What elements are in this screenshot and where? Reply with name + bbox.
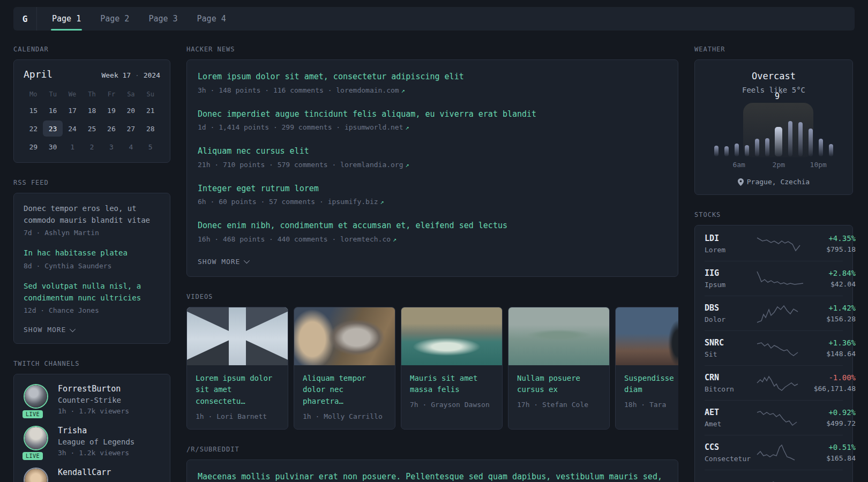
- tick-2pm: 2pm: [773, 161, 785, 169]
- stock-sparkline: [756, 233, 804, 254]
- stock-row-ccs[interactable]: CCS Consectetur +0.51% $165.84: [705, 435, 843, 470]
- weather-time-ticks: 6am 2pm 10pm: [714, 161, 833, 170]
- calendar-day: 15: [24, 102, 43, 118]
- weather-condition: Overcast: [707, 71, 841, 81]
- twitch-channel-trisha[interactable]: LIVE Trisha League of Legends 3h · 1.2k …: [24, 426, 160, 457]
- stock-id: CCS Consectetur: [705, 442, 756, 463]
- rss-card: Donec tempor eros leo, ut commodo mauris…: [13, 193, 170, 344]
- dot-separator: ·: [135, 71, 139, 79]
- peak-value: 9: [775, 92, 780, 101]
- stock-name: Bitcorn: [705, 385, 756, 393]
- tab-page-1[interactable]: Page 1: [42, 7, 91, 31]
- stock-row-iig[interactable]: IIG Ipsum +2.84% $42.04: [705, 261, 843, 296]
- stock-id: AET Amet: [705, 408, 756, 428]
- video-title: Suspendisse diam: [624, 373, 678, 396]
- app-logo: G: [13, 7, 37, 31]
- stock-row-aet[interactable]: AET Amet +0.92% $499.72: [705, 400, 843, 435]
- hn-item-meta: 1d · 1,414 points · 299 comments · ipsum…: [198, 123, 667, 131]
- stock-row-ldi[interactable]: LDI Lorem +4.35% $795.18: [705, 227, 843, 261]
- stock-price: $66,171.48: [804, 385, 856, 393]
- tick-6am: 6am: [732, 161, 745, 169]
- video-thumbnail: [187, 307, 288, 365]
- calendar-day-next-month: 1: [63, 139, 82, 155]
- rss-item-title[interactable]: Donec tempor eros leo, ut commodo mauris…: [24, 203, 160, 226]
- location-pin-icon: [738, 178, 744, 186]
- stock-symbol: CRN: [705, 373, 756, 382]
- calendar-day: 21: [141, 102, 160, 118]
- calendar-day: 19: [102, 102, 121, 118]
- stock-row-ahs[interactable]: AHS +0.46%: [705, 470, 843, 482]
- reddit-post-title[interactable]: Maecenas mollis pulvinar erat non posuer…: [198, 471, 667, 482]
- weather-bar: [755, 139, 759, 156]
- hn-item-domain[interactable]: ipsumworld.net: [345, 123, 403, 131]
- stock-values: +2.84% $42.04: [804, 269, 856, 288]
- calendar-day-next-month: 3: [102, 139, 121, 155]
- live-badge: LIVE: [23, 452, 43, 460]
- live-badge: LIVE: [23, 410, 43, 418]
- hn-item: Donec enim nibh, condimentum et accumsan…: [198, 220, 667, 243]
- video-card[interactable]: Suspendisse diam 18h · Tara: [615, 307, 678, 430]
- tick-10pm: 10pm: [810, 161, 827, 169]
- stock-row-dbs[interactable]: DBS Dolor +1.42% $156.28: [705, 296, 843, 330]
- video-title: Aliquam tempor dolor nec pharetra…: [303, 373, 386, 408]
- weather-location: Prague, Czechia: [707, 178, 841, 186]
- hn-item-title[interactable]: Donec enim nibh, condimentum et accumsan…: [198, 220, 667, 232]
- weather-bar-current: [775, 127, 782, 156]
- stock-symbol: SNRC: [705, 338, 756, 348]
- hn-item-domain[interactable]: ipsumify.biz: [328, 198, 378, 206]
- calendar-week: Week 17: [101, 71, 131, 79]
- rss-show-more-button[interactable]: SHOW MORE: [24, 326, 74, 334]
- hn-item-domain[interactable]: loremdomain.com: [336, 86, 399, 94]
- stock-symbol: AET: [705, 408, 756, 417]
- calendar-day: 22: [24, 120, 43, 137]
- hn-item-title[interactable]: Lorem ipsum dolor sit amet, consectetur …: [198, 71, 667, 83]
- calendar-day-selected: 23: [43, 120, 62, 137]
- weather-bar: [809, 129, 813, 156]
- video-card[interactable]: Lorem ipsum dolor sit amet consectetu… 1…: [186, 307, 288, 430]
- weather-location-text: Prague, Czechia: [747, 178, 810, 186]
- stock-price: $165.84: [804, 454, 856, 462]
- tab-page-3[interactable]: Page 3: [139, 7, 187, 31]
- weather-bar: [765, 138, 769, 156]
- hn-show-more-button[interactable]: SHOW MORE: [198, 258, 248, 266]
- hn-item-title[interactable]: Integer eget rutrum lorem: [198, 183, 667, 195]
- video-meta: 1h · Molly Carrillo: [303, 412, 386, 420]
- video-card[interactable]: Aliquam tempor dolor nec pharetra… 1h · …: [294, 307, 395, 430]
- calendar-day: 30: [43, 139, 62, 155]
- stock-change: +4.35%: [804, 234, 856, 243]
- channel-info: Trisha League of Legends 3h · 1.2k viewe…: [58, 426, 134, 457]
- top-nav: G Page 1 Page 2 Page 3 Page 4: [13, 7, 855, 31]
- rss-item-title[interactable]: In hac habitasse platea: [24, 247, 160, 259]
- weather-bar: [724, 146, 729, 156]
- tab-page-2[interactable]: Page 2: [91, 7, 139, 31]
- calendar-day: 20: [121, 102, 140, 118]
- calendar-day: 18: [82, 102, 101, 118]
- twitch-channel-forrestburton[interactable]: LIVE ForrestBurton Counter-Strike 1h · 1…: [24, 384, 160, 415]
- subreddit-section-label: /R/SUBREDDIT: [186, 446, 678, 453]
- stock-row-snrc[interactable]: SNRC Sit +1.36% $148.64: [705, 330, 843, 365]
- video-card[interactable]: Mauris sit amet massa felis 7h · Grayson…: [401, 307, 503, 430]
- calendar-header: April Week 17 · 2024: [24, 69, 160, 80]
- stock-price: $499.72: [804, 419, 856, 427]
- weekday-fr: Fr: [102, 88, 121, 100]
- rss-item-title[interactable]: Sed volutpat nulla nisl, a condimentum n…: [24, 281, 160, 304]
- hn-item-title[interactable]: Donec imperdiet augue tincidunt felis al…: [198, 108, 667, 120]
- stock-row-crn[interactable]: CRN Bitcorn -1.00% $66,171.48: [705, 365, 843, 400]
- stock-sparkline: [756, 477, 804, 482]
- twitch-channel-kendallcarr[interactable]: KendallCarr: [24, 468, 160, 482]
- page-tabs: Page 1 Page 2 Page 3 Page 4: [37, 7, 236, 31]
- twitch-card: LIVE ForrestBurton Counter-Strike 1h · 1…: [13, 374, 170, 482]
- video-card[interactable]: Nullam posuere cursus ex 17h · Stefan Co…: [508, 307, 610, 430]
- dashboard-columns: CALENDAR April Week 17 · 2024 Mo Tu We T…: [13, 46, 855, 482]
- reddit-post: Maecenas mollis pulvinar erat non posuer…: [198, 471, 667, 482]
- videos-widget: VIDEOS Lorem ipsum dolor sit amet consec…: [186, 293, 678, 430]
- channel-info: ForrestBurton Counter-Strike 1h · 1.7k v…: [58, 384, 129, 415]
- video-body: Nullam posuere cursus ex 17h · Stefan Co…: [508, 365, 609, 417]
- hn-item-domain[interactable]: loremlandia.org: [340, 161, 403, 169]
- tab-page-4[interactable]: Page 4: [188, 7, 236, 31]
- hn-item-domain[interactable]: loremtech.co: [340, 235, 391, 243]
- stock-sparkline: [756, 372, 804, 394]
- stock-price: $156.28: [804, 315, 856, 323]
- hn-item-title[interactable]: Aliquam nec cursus elit: [198, 145, 667, 157]
- rss-item-meta: 12d · Chance Jones: [24, 306, 160, 314]
